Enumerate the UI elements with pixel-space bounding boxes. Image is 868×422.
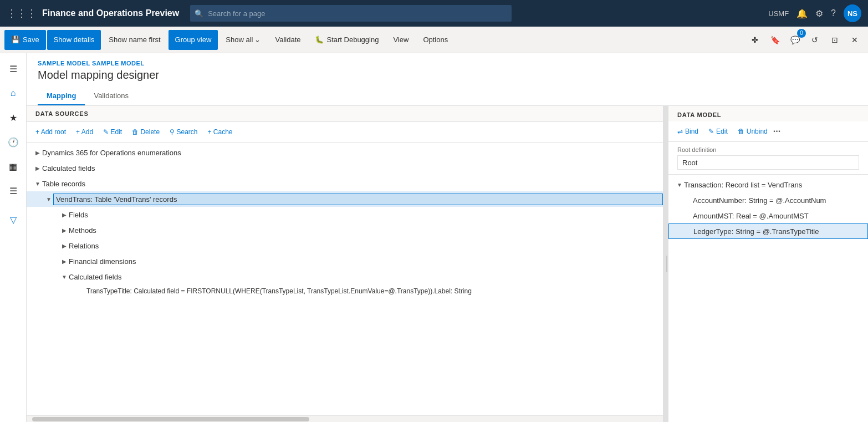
expand-fields-icon: ▶ [60, 210, 69, 219]
expand-amount-icon [684, 211, 693, 220]
data-model-tree: ▼ Transaction: Record list = VendTrans A… [668, 175, 868, 422]
expand-methods-icon: ▶ [60, 226, 69, 235]
tree-item-relations[interactable]: ▶ Relations [27, 238, 663, 253]
tree-item-trans-type-title[interactable]: TransTypeTitle: Calculated field = FIRST… [27, 284, 663, 300]
panels-row: DATA SOURCES + Add root + Add ✎ Edit 🗑 D… [27, 106, 868, 422]
page-header: SAMPLE MODEL SAMPLE MODEL Model mapping … [27, 53, 868, 106]
breadcrumb: SAMPLE MODEL SAMPLE MODEL [38, 60, 857, 67]
grid-icon[interactable]: ⋮⋮⋮ [7, 7, 37, 19]
search-input[interactable] [190, 5, 512, 22]
unbind-icon: 🗑 [738, 128, 744, 135]
left-sidebar: ☰ ⌂ ★ 🕐 ▦ ☰ ▽ [0, 53, 27, 422]
add-button[interactable]: + Add [72, 124, 98, 140]
bookmark-button[interactable]: 🔖 [766, 31, 784, 49]
tree-item-fields[interactable]: ▶ Fields [27, 207, 663, 222]
show-name-button[interactable]: Show name first [102, 30, 167, 50]
delete-button[interactable]: 🗑 Delete [127, 124, 164, 140]
sidebar-filter-icon[interactable]: ▽ [2, 209, 24, 231]
expand-dynamics-icon: ▶ [33, 148, 42, 157]
search-button[interactable]: ⚲ Search [165, 124, 202, 140]
validate-button[interactable]: Validate [268, 30, 307, 50]
right-tree-item-transaction[interactable]: ▼ Transaction: Record list = VendTrans [668, 177, 868, 192]
company-label: USMF [768, 9, 789, 18]
content-area: SAMPLE MODEL SAMPLE MODEL Model mapping … [27, 53, 868, 422]
tree-item-calc-fields-nested[interactable]: ▼ Calculated fields [27, 269, 663, 284]
chevron-down-icon: ⌄ [254, 35, 261, 44]
data-sources-panel: DATA SOURCES + Add root + Add ✎ Edit 🗑 D… [27, 106, 665, 422]
cache-button[interactable]: + Cache [203, 124, 237, 140]
unbind-button[interactable]: 🗑 Unbind [733, 124, 772, 139]
edit-model-button[interactable]: ✎ Edit [704, 124, 732, 139]
gear-icon[interactable]: ⚙ [815, 8, 823, 19]
expand-transaction-icon: ▼ [675, 180, 684, 189]
tree-item-calc-fields-top[interactable]: ▶ Calculated fields [27, 160, 663, 176]
refresh-button[interactable]: ↺ [806, 31, 824, 49]
expand-table-records-icon: ▼ [33, 179, 42, 188]
data-sources-tree: ▶ Dynamics 365 for Operations enumeratio… [27, 143, 663, 415]
sidebar-recent-icon[interactable]: 🕐 [2, 131, 24, 153]
data-sources-toolbar: + Add root + Add ✎ Edit 🗑 Delete ⚲ Searc… [27, 122, 663, 143]
tree-item-dynamics[interactable]: ▶ Dynamics 365 for Operations enumeratio… [27, 145, 663, 160]
right-tree-item-amount[interactable]: AmountMST: Real = @.AmountMST [668, 208, 868, 223]
toolbar: 💾 Save Show details Show name first Grou… [0, 27, 868, 53]
tree-item-methods[interactable]: ▶ Methods [27, 222, 663, 238]
topbar: ⋮⋮⋮ Finance and Operations Preview 🔍 USM… [0, 0, 868, 27]
edit-button[interactable]: ✎ Edit [99, 124, 126, 140]
data-sources-header: DATA SOURCES [27, 106, 663, 122]
debug-icon: 🐛 [315, 35, 324, 44]
data-model-header: DATA MODEL [668, 106, 868, 121]
page-title: Model mapping designer [38, 69, 857, 82]
save-button[interactable]: 💾 Save [4, 30, 46, 50]
expand-account-icon [684, 196, 693, 205]
pin-button[interactable]: ✤ [746, 31, 764, 49]
sidebar-favorites-icon[interactable]: ★ [2, 106, 24, 129]
tree-item-fin-dim[interactable]: ▶ Financial dimensions [27, 253, 663, 269]
view-button[interactable]: View [386, 30, 415, 50]
bell-icon[interactable]: 🔔 [796, 8, 808, 19]
app-title: Finance and Operations Preview [42, 8, 179, 18]
close-button[interactable]: ✕ [846, 31, 864, 49]
options-button[interactable]: Options [416, 30, 455, 50]
start-debugging-button[interactable]: 🐛 Start Debugging [308, 30, 385, 50]
tab-validations[interactable]: Validations [85, 87, 137, 105]
add-root-button[interactable]: + Add root [31, 124, 70, 140]
tree-item-vendtrans[interactable]: ▼ VendTrans: Table 'VendTrans' records [27, 191, 663, 207]
horizontal-scrollbar[interactable] [27, 415, 663, 422]
bind-icon: ⇌ [677, 128, 683, 135]
help-icon[interactable]: ? [831, 8, 836, 18]
show-details-button[interactable]: Show details [47, 30, 101, 50]
root-def-label: Root definition [677, 146, 859, 153]
tab-mapping[interactable]: Mapping [38, 87, 85, 105]
scrollbar-thumb[interactable] [32, 417, 309, 421]
data-model-toolbar: ⇌ Bind ✎ Edit 🗑 Unbind ··· [668, 121, 868, 142]
expand-vendtrans-icon: ▼ [44, 195, 53, 204]
edit-icon: ✎ [708, 128, 714, 135]
expand-ledger-icon [685, 227, 693, 236]
more-options-icon[interactable]: ··· [773, 126, 780, 136]
user-avatar[interactable]: NS [844, 4, 861, 22]
right-tree-item-ledger[interactable]: LedgerType: String = @.TransTypeTitle [668, 223, 868, 239]
tree-item-table-records[interactable]: ▼ Table records [27, 176, 663, 191]
bind-button[interactable]: ⇌ Bind [673, 124, 703, 139]
root-def-input[interactable] [677, 155, 859, 170]
show-all-button[interactable]: Show all ⌄ [219, 30, 267, 50]
search-wrap: 🔍 [190, 5, 512, 22]
sidebar-list-icon[interactable]: ☰ [2, 180, 24, 202]
group-view-button[interactable]: Group view [169, 30, 218, 50]
sidebar-workspace-icon[interactable]: ▦ [2, 155, 24, 177]
expand-trans-type-icon [78, 288, 86, 297]
right-tree-item-account[interactable]: AccountNumber: String = @.AccountNum [668, 192, 868, 208]
search-icon: 🔍 [195, 9, 203, 18]
main-layout: ☰ ⌂ ★ 🕐 ▦ ☰ ▽ SAMPLE MODEL SAMPLE MODEL … [0, 53, 868, 422]
save-icon: 💾 [11, 35, 20, 44]
open-new-button[interactable]: ⊡ [826, 31, 844, 49]
expand-calc-nested-icon: ▼ [60, 272, 69, 281]
page-tabs: Mapping Validations [38, 87, 857, 105]
notification-badge: 0 [797, 29, 806, 38]
sidebar-menu-toggle[interactable]: ☰ [2, 58, 24, 80]
notification-wrap: 💬 0 [786, 31, 804, 49]
toolbar-right: ✤ 🔖 💬 0 ↺ ⊡ ✕ [746, 31, 864, 49]
expand-fin-dim-icon: ▶ [60, 257, 69, 266]
sidebar-home-icon[interactable]: ⌂ [2, 82, 24, 104]
root-definition-section: Root definition [668, 142, 868, 175]
